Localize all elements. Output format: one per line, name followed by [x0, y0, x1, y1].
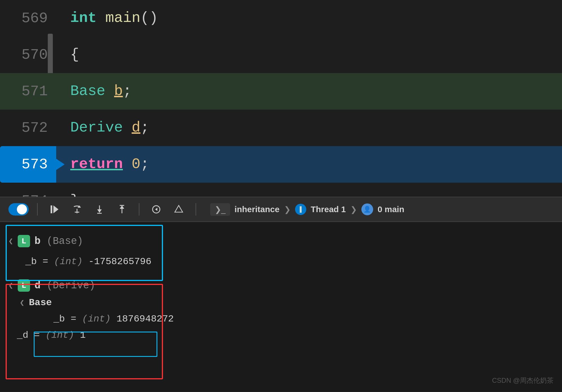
var-b-field: _b = (int) -1758265796	[0, 253, 562, 272]
d-var-name: d	[35, 280, 41, 291]
d-d-equals: =	[28, 330, 46, 341]
breadcrumb-chevron-1: ❯	[284, 205, 291, 214]
breadcrumb-chevron-2: ❯	[350, 205, 357, 214]
line-content-573: return 0 ;	[56, 146, 562, 183]
line-content-570: {	[56, 37, 562, 73]
var-d-d-field: _d = (int) 1	[0, 327, 562, 346]
line-number-571: 571	[0, 73, 56, 110]
semicolon-572: ;	[140, 121, 149, 135]
b-var-name: b	[35, 235, 41, 247]
b-field-type: (int)	[54, 256, 83, 267]
line-content-569: int main ()	[56, 0, 562, 37]
brace-open: {	[70, 47, 79, 62]
var-b-header[interactable]: ❮ L b (Base)	[0, 228, 562, 253]
d-label-badge: L	[18, 279, 30, 292]
d-d-field-type: (int)	[46, 330, 74, 341]
b-type: (Base)	[47, 235, 83, 247]
debug-breadcrumb: ❯_ inheritance ❯ ‖ Thread 1 ❯ 👤 0 main	[210, 203, 404, 216]
keyword-int: int	[70, 11, 97, 26]
separator-3	[196, 203, 196, 216]
step-back-button[interactable]	[148, 201, 165, 218]
expand-d-arrow[interactable]: ❮	[8, 281, 13, 290]
var-d-base-header[interactable]: ❮ Base	[0, 294, 562, 311]
debug-toggle[interactable]	[8, 203, 29, 216]
code-line-573: 573 return 0 ;	[0, 146, 562, 183]
terminal-icon-container: ❯_	[210, 203, 230, 216]
step-out-button[interactable]	[114, 201, 130, 218]
code-editor: 569 int main () 570 { 571 Base b ; 572	[0, 0, 562, 197]
var-d-base-b-field: _b = (int) 1876948272	[0, 311, 562, 327]
punct-paren: ()	[140, 11, 158, 26]
line-number-569: 569	[0, 0, 56, 37]
function-main: main	[105, 11, 140, 26]
brace-close: }	[70, 194, 79, 197]
breadcrumb-frame: 0 main	[378, 205, 404, 214]
d-b-field-value: 1876948272	[111, 314, 174, 324]
d-type: (Derive)	[47, 280, 95, 291]
breadcrumb-program: inheritance	[235, 205, 280, 214]
watermark: CSDN @周杰伦奶茶	[492, 376, 554, 385]
keyword-return: return	[70, 157, 123, 172]
d-space	[40, 280, 47, 291]
line-content-571: Base b ;	[56, 73, 562, 110]
terminal-prompt-icon: ❯_	[215, 205, 226, 214]
d-d-field-name: _d	[17, 330, 28, 341]
svg-marker-12	[155, 208, 157, 211]
expand-b-arrow[interactable]: ❮	[8, 236, 13, 246]
code-line-572: 572 Derive d ;	[0, 110, 562, 146]
line-number-570: 570	[0, 37, 56, 73]
variables-panel: ❮ L b (Base) _b = (int) -1758265796 ❮ L …	[0, 222, 562, 391]
svg-marker-1	[53, 205, 58, 213]
code-line-569: 569 int main ()	[0, 0, 562, 37]
svg-marker-9	[120, 205, 124, 209]
breadcrumb-thread: Thread 1	[311, 205, 346, 214]
b-field-name: _b	[25, 256, 37, 267]
step-over-button[interactable]	[69, 201, 85, 218]
keyword-base: Base	[70, 84, 105, 99]
step-into-button[interactable]	[91, 201, 108, 218]
line-number-574: 574	[0, 183, 56, 197]
d-b-field-type: (int)	[82, 314, 111, 324]
code-line-570: 570 {	[0, 37, 562, 73]
active-line-arrow	[56, 159, 65, 170]
expand-base-arrow[interactable]: ❮	[20, 298, 24, 307]
b-equals: =	[37, 256, 54, 267]
svg-marker-6	[97, 209, 102, 213]
semicolon-573: ;	[140, 157, 149, 172]
line-number-572: 572	[0, 110, 56, 146]
line-content-574: }	[56, 183, 562, 197]
code-line-574: 574 }	[0, 183, 562, 197]
code-line-571: 571 Base b ;	[0, 73, 562, 110]
d-b-equals: =	[65, 314, 82, 324]
navigate-button[interactable]	[170, 201, 187, 218]
literal-zero: 0	[132, 157, 140, 172]
b-label-badge: L	[18, 235, 30, 247]
separator-1	[37, 203, 38, 216]
semicolon-571: ;	[123, 84, 132, 99]
var-b: b	[114, 84, 123, 99]
d-d-field-value: 1	[74, 330, 86, 341]
b-field-value: -1758265796	[83, 256, 151, 267]
debug-toolbar: ❯_ inheritance ❯ ‖ Thread 1 ❯ 👤 0 main	[0, 197, 562, 222]
line-content-572: Derive d ;	[56, 110, 562, 146]
d-base-label: Base	[29, 297, 52, 308]
var-d-header[interactable]: ❮ L d (Derive)	[0, 272, 562, 294]
continue-button[interactable]	[46, 201, 63, 218]
separator-2	[139, 203, 139, 216]
d-b-field-name: _b	[53, 314, 65, 324]
svg-rect-0	[51, 205, 52, 213]
var-d: d	[132, 121, 140, 135]
keyword-derive: Derive	[70, 121, 123, 135]
thread-icon: ‖	[295, 204, 306, 215]
svg-marker-13	[175, 205, 183, 212]
b-space	[40, 235, 47, 247]
user-icon: 👤	[361, 203, 373, 215]
line-number-573: 573	[0, 146, 56, 183]
